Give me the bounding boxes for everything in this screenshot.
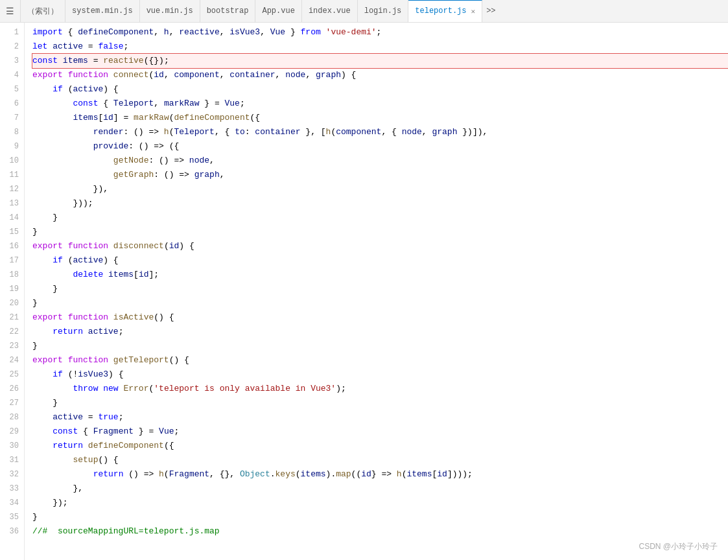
token-plain: [63, 68, 68, 82]
token-var-name: h: [164, 25, 169, 40]
token-plain: =: [83, 410, 98, 425]
token-plain: }: [32, 296, 38, 310]
token-magenta: function: [68, 353, 108, 368]
line-number: 27: [0, 396, 24, 410]
tab-vue-min-js[interactable]: vue.min.js: [140, 0, 200, 23]
token-plain: ])));: [447, 467, 473, 482]
token-plain: [32, 467, 93, 482]
line-number: 11: [0, 168, 24, 182]
token-plain: (: [296, 467, 301, 482]
code-line: export function isActive() {: [32, 310, 728, 325]
token-param: graph: [316, 68, 341, 82]
token-var-name: isVue3: [78, 368, 108, 382]
token-plain: }: [32, 339, 38, 353]
code-line: const { Teleport, markRaw } = Vue;: [32, 97, 728, 111]
code-line: let active = false;: [32, 40, 728, 54]
code-line: if (active) {: [32, 82, 728, 97]
tab-bootstrap[interactable]: bootstrap: [200, 0, 256, 23]
tab-index-vue[interactable]: index.vue: [302, 0, 358, 23]
code-line: }),: [32, 182, 728, 196]
token-plain: ,: [305, 68, 316, 82]
token-plain: [63, 239, 68, 253]
code-line: }: [32, 296, 728, 310]
token-str: 'vue-demi': [326, 25, 377, 40]
tab-system-min-js[interactable]: system.min.js: [65, 0, 140, 23]
token-plain: ({: [250, 111, 261, 125]
token-var-name: graph: [194, 168, 220, 182]
line-numbers: 1234567891011121314151617181920212223242…: [0, 23, 25, 560]
token-param: component: [174, 68, 220, 82]
code-line: //# sourceMappingURL=teleport.js.map: [32, 524, 728, 539]
token-magenta: export: [32, 353, 63, 368]
token-plain: (: [331, 125, 336, 139]
line-number: 29: [0, 425, 24, 439]
token-param: container: [229, 68, 275, 82]
code-area[interactable]: import { defineComponent, h, reactive, i…: [25, 23, 728, 560]
line-number: 13: [0, 196, 24, 211]
token-var-name: reactive: [179, 25, 219, 40]
token-plain: }));: [32, 196, 93, 211]
code-line: provide: () => ({: [32, 139, 728, 154]
line-number: 28: [0, 410, 24, 425]
token-plain: ) {: [341, 68, 356, 82]
token-plain: ;: [119, 325, 124, 339]
token-plain: (: [402, 467, 407, 482]
token-plain: [32, 111, 73, 125]
token-plain: [32, 410, 53, 425]
token-plain: =: [83, 40, 98, 54]
token-plain: [83, 325, 88, 339]
token-plain: ;: [119, 410, 124, 425]
token-plain: [32, 97, 73, 111]
tab-teleport-js[interactable]: teleport.js ✕: [408, 0, 482, 23]
code-line: });: [32, 496, 728, 510]
token-plain: () {: [169, 353, 189, 368]
token-plain: ({: [164, 439, 174, 453]
token-plain: ,: [220, 68, 230, 82]
token-plain: ,: [154, 25, 164, 40]
token-var-name: markRaw: [164, 97, 200, 111]
line-number: 3: [0, 54, 24, 68]
tab-----[interactable]: （索引）: [21, 0, 65, 23]
token-kw-import: import: [32, 25, 63, 40]
token-plain: ,: [164, 68, 174, 82]
code-line: getGraph: () => graph,: [32, 168, 728, 182]
token-plain: [83, 439, 88, 453]
tab-overflow-button[interactable]: >>: [482, 0, 499, 23]
code-line: const items = reactive({});: [32, 54, 728, 68]
token-var-name: component: [336, 125, 381, 139]
token-kw-blue: if: [53, 368, 63, 382]
sidebar-toggle-icon[interactable]: ☰: [0, 0, 21, 23]
token-kw-blue: if: [53, 82, 63, 97]
token-plain: (: [63, 253, 73, 268]
token-plain: });: [32, 496, 68, 510]
token-plain: : () => ({: [128, 139, 179, 154]
code-line: getNode: () => node,: [32, 154, 728, 168]
token-plain: ;: [174, 425, 179, 439]
token-var-name: to: [235, 125, 245, 139]
token-plain: {: [63, 25, 78, 40]
token-magenta: function: [68, 310, 108, 325]
tab-bar: ☰ （索引）system.min.jsvue.min.jsbootstrapAp…: [0, 0, 728, 23]
token-fn-name: defineComponent: [88, 439, 164, 453]
token-plain: },: [32, 482, 83, 496]
token-plain: ) {: [179, 239, 194, 253]
token-plain: [108, 353, 113, 368]
tab-login-js[interactable]: login.js: [358, 0, 409, 23]
code-line: }: [32, 510, 728, 524]
token-plain: ;: [123, 40, 128, 54]
token-plain: (: [169, 111, 174, 125]
code-line: }: [32, 396, 728, 410]
tab-app-vue[interactable]: App.vue: [255, 0, 301, 23]
tab-close-icon[interactable]: ✕: [471, 7, 476, 16]
token-plain: ,: [209, 154, 215, 168]
token-fn-name: defineComponent: [174, 111, 250, 125]
token-plain: (: [148, 382, 154, 396]
token-plain: [32, 125, 93, 139]
line-number: 33: [0, 482, 24, 496]
line-number: 36: [0, 524, 24, 539]
token-plain: () =>: [123, 467, 159, 482]
line-number: 18: [0, 268, 24, 282]
token-str: 'teleport is only available in Vue3': [154, 382, 336, 396]
token-var-name: graph: [432, 125, 457, 139]
line-number: 23: [0, 339, 24, 353]
